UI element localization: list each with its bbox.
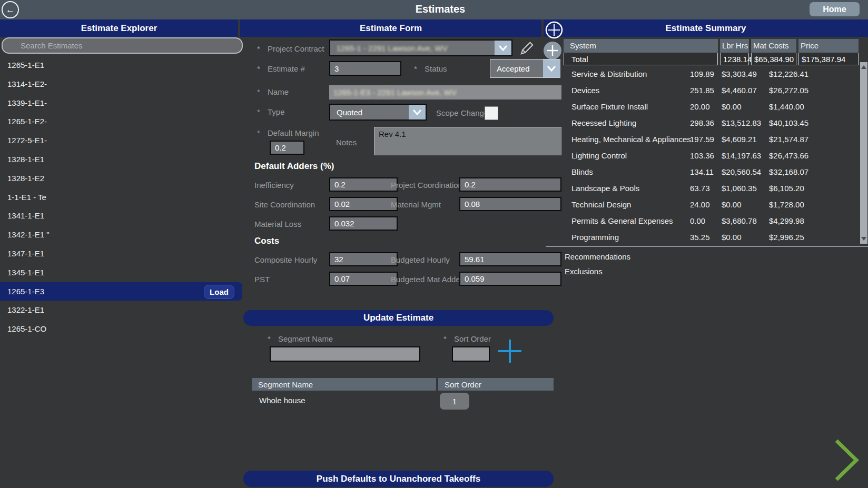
push-defaults-button[interactable]: Push Defaults to Unanchored Takeoffs [243,471,554,487]
estimate-id: 1339-1-E1- [7,98,47,107]
summary-row[interactable]: Permits & General Expenses0.00$3,680.78$… [542,213,859,230]
summary-row[interactable]: Blinds134.11$20,560.54$32,168.07 [542,164,859,181]
summary-scrollbar[interactable] [860,62,867,244]
summary-header-price: Price [798,39,859,52]
inefficiency-field[interactable]: 0.2 [329,177,398,192]
estimate-id: 1-1-E1 - Te [7,193,46,202]
sort-order-input[interactable] [452,346,490,362]
project-contract-value: 1265-1 - 2291 Lawson Ave, WV [337,44,448,53]
summary-row[interactable]: Devices251.85$4,460.07$26,272.05 [542,83,859,99]
estimate-list-item[interactable]: 1265-1-E2- [0,112,242,131]
segment-row-name[interactable]: Whole house [259,396,305,405]
summary-row[interactable]: Technical Design24.00$0.00$1,728.00 [542,197,859,213]
estimate-list-item[interactable]: 1265-1-CO [0,320,242,338]
material-loss-field[interactable]: 0.032 [329,216,398,231]
recommendations-section[interactable]: Recommendations [565,252,630,261]
summary-header-lbr-hrs: Lbr Hrs [720,39,749,52]
edit-contract-button[interactable] [517,40,535,58]
segment-table-header-sort: Sort Order [438,378,554,391]
pst-field[interactable]: 0.07 [329,272,398,286]
summary-row[interactable]: Surface Fixture Install20.00$0.00$1,440.… [542,99,859,115]
project-coordination-label: Project Coordination [391,181,462,190]
add-estimate-button[interactable] [545,21,564,39]
inefficiency-label: Inefficiency [254,181,294,190]
type-dropdown[interactable]: Quoted [329,104,427,121]
default-margin-field[interactable]: 0.2 [270,141,304,155]
summary-cell: 197.59 [690,135,714,144]
estimate-number-label: Estimate # [268,64,305,73]
summary-cell: $40,103.45 [769,118,808,127]
project-contract-dropdown[interactable]: 1265-1 - 2291 Lawson Ave, WV [329,39,512,56]
summary-row[interactable]: Recessed Lighting298.36$13,512.83$40,103… [542,115,859,132]
estimate-number-field[interactable]: 3 [329,61,401,76]
summary-cell: Devices [571,86,599,95]
required-asterisk [257,64,260,73]
explorer-panel-header: Estimate Explorer [0,19,238,37]
site-coordination-field[interactable]: 0.02 [329,197,398,211]
budgeted-hourly-field[interactable]: 59.61 [459,252,561,266]
scope-change-checkbox[interactable] [485,106,498,120]
composite-hourly-field[interactable]: 32 [329,252,398,266]
estimate-list-item[interactable]: 1314-1-E2- [0,75,242,94]
notes-field[interactable]: Rev 4.1 [374,127,561,155]
next-panel-button[interactable] [834,439,861,482]
estimate-list-item[interactable]: 1345-1-E1 [0,263,242,282]
project-contract-label: Project Contract [268,44,324,53]
estimate-list-item[interactable]: 1272-5-E1- [0,131,242,150]
search-input[interactable] [2,37,243,54]
estimate-list-item[interactable]: 1347-1-E1 [0,244,242,263]
summary-cell: 134.11 [690,167,714,176]
summary-row[interactable]: Lighting Control103.36$14,197.63$26,473.… [542,148,859,164]
summary-cell: 20.00 [690,102,710,111]
summary-row[interactable]: Landscape & Pools63.73$1,060.35$6,105.20 [542,181,859,197]
segment-row-sort[interactable]: 1 [440,393,469,410]
scope-change-label: Scope Change [436,108,488,117]
summary-cell: 103.36 [690,151,714,160]
estimate-list-item[interactable]: 1328-1-E2 [0,169,242,188]
estimate-list-item[interactable]: 1328-1-E1 [0,150,242,169]
site-coordination-label: Site Coordination [254,200,315,209]
summary-cell: 109.89 [690,69,714,78]
scroll-up-icon[interactable] [861,65,866,69]
estimate-list: 1265-1-E11314-1-E2-1339-1-E1-1265-1-E2-1… [0,56,242,338]
estimate-list-item[interactable]: 1265-1-E1 [0,56,242,75]
back-button[interactable]: ← [2,1,19,18]
summary-cell: 35.25 [690,233,710,242]
estimate-list-item[interactable]: 1265-1-E3Load [0,282,242,301]
update-estimate-button[interactable]: Update Estimate [243,310,554,326]
summary-cell: $4,299.98 [769,216,804,225]
summary-cell: 251.85 [690,86,714,95]
add-segment-button[interactable] [497,338,522,364]
segment-name-input[interactable] [270,346,420,362]
summary-cell: $3,680.78 [722,216,757,225]
add-contract-button[interactable] [544,42,561,59]
budgeted-hourly-label: Budgeted Hourly [391,255,450,264]
summary-cell: Service & Distribution [571,69,647,78]
estimate-list-item[interactable]: 1342-1-E1 " [0,225,242,244]
type-label: Type [268,107,285,116]
summary-row[interactable]: Service & Distribution109.89$3,303.49$12… [542,66,859,83]
home-button[interactable]: Home [810,2,860,16]
estimate-list-item[interactable]: 1322-1-E1 [0,301,242,320]
estimate-list-item[interactable]: 1-1-E1 - Te [0,188,242,207]
exclusions-section[interactable]: Exclusions [565,267,603,276]
load-button[interactable]: Load [204,285,234,299]
summary-row[interactable]: Heating, Mechanical & Appliances197.59$4… [542,132,859,148]
estimate-list-item[interactable]: 1341-1-E1 [0,206,242,225]
summary-cell: Surface Fixture Install [571,102,648,111]
page-title: Estimates [416,3,466,15]
budgeted-mat-adder-field[interactable]: 0.059 [459,272,561,286]
name-field[interactable]: 1265-1-E3 - 2291 Lawson Ave, WV [329,85,561,99]
pencil-icon [517,40,535,58]
chevron-down-icon [409,105,426,119]
summary-cell: Lighting Control [571,151,627,160]
summary-cell: $0.00 [722,233,742,242]
summary-row[interactable]: Programming35.25$0.00$2,996.25 [542,230,859,246]
required-asterisk [257,107,260,116]
summary-cell: 24.00 [690,200,710,209]
scroll-down-icon[interactable] [861,237,866,241]
required-asterisk [414,64,417,73]
summary-header-system: System [564,39,718,52]
estimate-list-item[interactable]: 1339-1-E1- [0,94,242,113]
estimate-id: 1328-1-E2 [7,174,44,183]
